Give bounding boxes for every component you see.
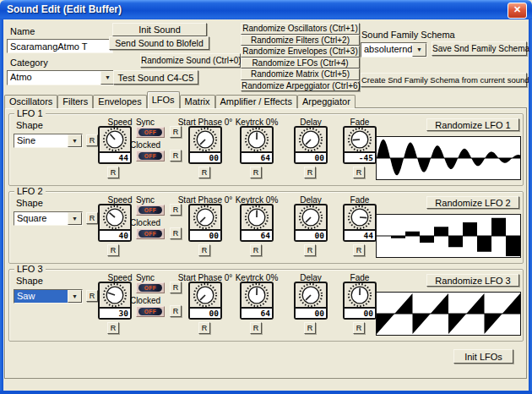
schema-select[interactable]: absoluternd ▼: [361, 42, 427, 57]
speed-randomize-lock-button[interactable]: R: [107, 244, 119, 256]
chevron-down-icon[interactable]: ▼: [68, 134, 82, 147]
title-bar[interactable]: Sound Edit (Edit Buffer) ✕: [0, 0, 532, 19]
tab-lfos[interactable]: LFOs: [147, 91, 180, 108]
init-sound-button[interactable]: Init Sound: [112, 23, 207, 36]
start-phase-randomize-lock-button[interactable]: R: [198, 167, 210, 178]
shape-randomize-lock-button[interactable]: R: [86, 134, 98, 146]
lfo-shape-value: Square: [14, 212, 68, 225]
waveform-graphic: [377, 293, 520, 335]
clocked-randomize-lock-button[interactable]: R: [170, 150, 182, 161]
tab-matrix[interactable]: Matrix: [180, 95, 215, 108]
start-phase-knob[interactable]: 00: [188, 126, 222, 164]
sync-toggle-state: OFF: [138, 284, 162, 292]
schema-value: absoluternd: [361, 43, 412, 57]
knob-dial: [190, 205, 220, 229]
start-phase-value: 00: [190, 307, 220, 318]
keytrack-randomize-lock-button[interactable]: R: [250, 244, 262, 256]
clocked-toggle[interactable]: OFF: [136, 306, 165, 317]
tab-envelopes[interactable]: Envelopes: [93, 95, 146, 108]
init-lfos-button[interactable]: Init LFOs: [453, 349, 513, 364]
delay-knob[interactable]: 00: [294, 204, 328, 242]
tab-amplifier-effects[interactable]: Amplifier / Effects: [215, 95, 297, 108]
fade-randomize-lock-button[interactable]: R: [353, 167, 365, 178]
keytrack-randomize-lock-button[interactable]: R: [250, 322, 262, 334]
close-icon[interactable]: ✕: [508, 3, 527, 19]
sync-randomize-lock-button[interactable]: R: [170, 204, 182, 216]
category-select[interactable]: Atmo ▼: [7, 70, 116, 85]
chevron-down-icon[interactable]: ▼: [68, 212, 82, 225]
delay-knob[interactable]: 00: [294, 282, 328, 320]
fade-knob[interactable]: 00: [343, 282, 377, 320]
sync-label: Sync: [123, 273, 167, 282]
knob-dial: [242, 128, 272, 151]
clocked-randomize-lock-button[interactable]: R: [170, 305, 182, 317]
clocked-randomize-lock-button[interactable]: R: [170, 227, 182, 239]
shape-randomize-lock-button[interactable]: R: [86, 290, 98, 302]
chevron-down-icon[interactable]: ▼: [68, 290, 82, 303]
start-phase-randomize-lock-button[interactable]: R: [198, 244, 210, 256]
speed-randomize-lock-button[interactable]: R: [107, 322, 119, 334]
sync-label: Sync: [123, 118, 167, 127]
send-sound-button[interactable]: Send Sound to Blofeld: [109, 36, 209, 50]
lfo-shape-select[interactable]: Square ▼: [14, 211, 83, 226]
sync-toggle[interactable]: OFF: [136, 205, 165, 216]
create-schema-button[interactable]: Create Snd Family Schema from current so…: [361, 73, 527, 87]
randomize-section-button[interactable]: Randomize Filters (Ctrl+2): [241, 35, 360, 47]
start-phase-knob[interactable]: 00: [188, 204, 222, 242]
lfo-waveform-display: [376, 214, 521, 258]
delay-randomize-lock-button[interactable]: R: [304, 167, 316, 178]
keytrack-knob[interactable]: 64: [240, 204, 274, 242]
delay-randomize-lock-button[interactable]: R: [304, 244, 316, 256]
shape-label: Shape: [16, 198, 43, 208]
clocked-toggle[interactable]: OFF: [136, 150, 165, 161]
sync-label: Sync: [123, 195, 167, 205]
knob-dial: [345, 283, 375, 307]
clocked-toggle[interactable]: OFF: [136, 228, 165, 239]
keytrack-knob[interactable]: 64: [240, 126, 274, 164]
randomize-sound-button[interactable]: Randomize Sound (Ctrl+0): [140, 53, 241, 68]
fade-value: 00: [345, 307, 375, 318]
tab-arpeggiator[interactable]: Arpeggiator: [297, 95, 356, 108]
speed-randomize-lock-button[interactable]: R: [107, 167, 119, 178]
sync-toggle[interactable]: OFF: [136, 282, 165, 293]
randomize-section-button[interactable]: Randomize Envelopes (Ctrl+3): [241, 46, 360, 57]
speed-value: 30: [100, 307, 130, 318]
start-phase-randomize-lock-button[interactable]: R: [198, 322, 210, 334]
waveform-graphic: [377, 137, 520, 179]
delay-knob[interactable]: 00: [294, 126, 328, 164]
randomize-lfo-button[interactable]: Randomize LFO 3: [426, 274, 519, 287]
test-sound-button[interactable]: Test Sound C4-C5: [113, 70, 198, 85]
keytrack-randomize-lock-button[interactable]: R: [250, 167, 262, 178]
sync-toggle[interactable]: OFF: [136, 127, 165, 138]
randomize-section-button[interactable]: Randomize Arpeggiator (Ctrl+6): [241, 80, 360, 92]
randomize-section-button[interactable]: Randomize LFOs (Ctrl+4): [241, 57, 360, 69]
fade-knob[interactable]: 44: [343, 204, 377, 242]
lfo-group-title: LFO 2: [14, 186, 46, 196]
randomize-lfo-button[interactable]: Randomize LFO 2: [426, 196, 519, 209]
sync-randomize-lock-button[interactable]: R: [170, 126, 182, 138]
save-schema-button[interactable]: Save Snd Family Schema: [432, 41, 527, 56]
randomize-lfo-button[interactable]: Randomize LFO 1: [426, 118, 519, 131]
start-phase-knob[interactable]: 00: [188, 282, 222, 320]
start-phase-value: 00: [190, 229, 220, 240]
keytrack-value: 64: [242, 151, 272, 162]
randomize-section-button[interactable]: Randomize Oscillators (Ctrl+1): [241, 23, 360, 35]
lfo-group-title: LFO 3: [14, 264, 46, 274]
sync-randomize-lock-button[interactable]: R: [170, 282, 182, 293]
chevron-down-icon[interactable]: ▼: [412, 43, 426, 57]
lfo-shape-select[interactable]: Sine ▼: [14, 134, 83, 148]
delay-randomize-lock-button[interactable]: R: [304, 322, 316, 334]
lfo-group: LFO 3 Shape Saw ▼ R Speed 30 R Sync OFF …: [8, 269, 524, 342]
keytrack-knob[interactable]: 64: [240, 282, 274, 320]
fade-randomize-lock-button[interactable]: R: [353, 322, 365, 334]
randomize-section-button[interactable]: Randomize Matrix (Ctrl+5): [241, 68, 360, 80]
tab-oscillators[interactable]: Oscillators: [4, 95, 57, 108]
sound-edit-window: Sound Edit (Edit Buffer) ✕ Name Category…: [0, 0, 532, 394]
delay-value: 00: [296, 151, 326, 162]
fade-knob[interactable]: -45: [343, 126, 377, 164]
lfo-shape-select[interactable]: Saw ▼: [14, 289, 83, 304]
tab-filters[interactable]: Filters: [57, 95, 93, 108]
name-input[interactable]: [7, 39, 113, 53]
fade-randomize-lock-button[interactable]: R: [353, 244, 365, 256]
shape-randomize-lock-button[interactable]: R: [86, 212, 98, 224]
